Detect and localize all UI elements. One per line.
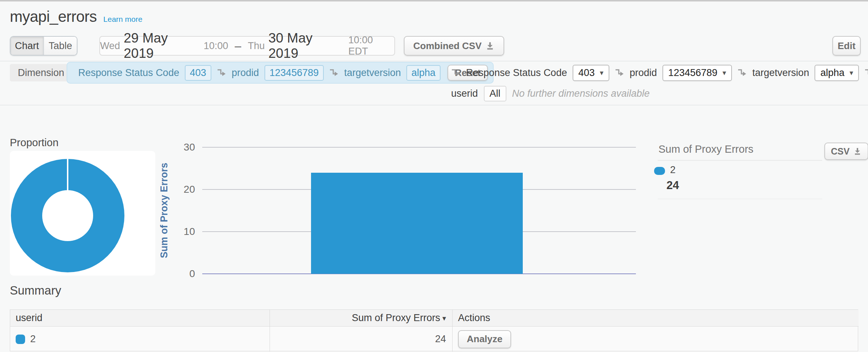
legend-value: 24	[666, 179, 679, 192]
download-icon	[853, 147, 862, 156]
breadcrumb-dimension-value[interactable]: 123456789	[264, 65, 324, 81]
divider	[0, 105, 868, 105]
combined-csv-label: Combined CSV	[413, 40, 482, 52]
learn-more-link[interactable]: Learn more	[103, 15, 142, 24]
metric-panel-title: Sum of Proxy Errors	[658, 143, 753, 155]
no-further-dimensions-text: No further dimensions available	[512, 88, 650, 99]
table-row-value-cell: 24	[270, 327, 453, 352]
analyze-button[interactable]: Analyze	[458, 330, 511, 348]
filter-value-select[interactable]: 123456789 ▾	[662, 65, 732, 81]
column-header-sum-of-proxy-errors[interactable]: Sum of Proxy Errors ▾	[270, 310, 453, 327]
dimension-filter-row: Response Status Code 403 ▾ prodid 123456…	[451, 62, 868, 84]
column-header-userid: userid	[10, 310, 270, 327]
chart-view-button[interactable]: Chart	[11, 37, 43, 55]
elbow-arrow-icon	[329, 68, 339, 77]
filter-selected-value: alpha	[820, 67, 844, 79]
page-title: myapi_errors	[10, 8, 97, 25]
column-header-label: Sum of Proxy Errors	[352, 312, 440, 324]
divider	[0, 61, 868, 61]
combined-csv-button[interactable]: Combined CSV	[404, 36, 504, 56]
csv-label: CSV	[831, 146, 849, 157]
elbow-arrow-icon	[217, 68, 226, 77]
breadcrumb-dimension-name[interactable]: Response Status Code	[78, 67, 179, 79]
end-time: 10:00 EDT	[348, 35, 394, 57]
end-day: Thu	[248, 40, 265, 52]
filter-value-select[interactable]: 403 ▾	[573, 65, 609, 81]
sort-descending-icon: ▾	[442, 314, 446, 323]
panel-separator	[658, 160, 822, 161]
caret-down-icon: ▾	[600, 68, 604, 77]
breadcrumb-dimension-value[interactable]: alpha	[406, 65, 441, 81]
top-strip	[0, 0, 868, 1]
summary-table: userid Sum of Proxy Errors ▾ Actions 2 2…	[10, 309, 858, 351]
y-axis-ticks: 0102030	[168, 147, 195, 274]
y-tick-label: 20	[168, 184, 195, 195]
legend-label[interactable]: 2	[670, 164, 676, 176]
analytics-dashboard: myapi_errors Learn more Chart Table Wed …	[0, 0, 868, 352]
elbow-arrow-icon	[615, 68, 624, 77]
breadcrumb-dimension-name[interactable]: prodid	[232, 67, 259, 79]
table-view-button[interactable]: Table	[43, 37, 77, 55]
filter-selected-value: 403	[578, 67, 595, 79]
legend-swatch[interactable]	[654, 167, 665, 175]
date-range-picker[interactable]: Wed 29 May 2019 10:00 – Thu 30 May 2019 …	[99, 36, 395, 56]
page-header: myapi_errors Learn more	[10, 8, 142, 25]
start-time: 10:00	[204, 40, 228, 52]
csv-button[interactable]: CSV	[824, 143, 868, 160]
caret-down-icon: ▾	[849, 68, 853, 77]
date-range-separator: –	[232, 39, 244, 53]
panel-separator	[658, 199, 822, 199]
donut-slice-gap	[67, 159, 68, 191]
elbow-arrow-icon	[864, 68, 868, 77]
filter-value-select[interactable]: alpha ▾	[815, 65, 859, 81]
start-day: Wed	[100, 40, 120, 52]
donut-hole	[42, 190, 93, 241]
series-color-swatch	[16, 335, 25, 344]
filter-dimension-name: prodid	[630, 67, 657, 79]
bar-plot-area	[202, 147, 636, 274]
dimension-label: Dimension	[10, 64, 72, 81]
proportion-title: Proportion	[10, 137, 59, 149]
next-dimension-row: userid All No further dimensions availab…	[451, 84, 650, 103]
elbow-arrow-icon	[737, 68, 747, 77]
breadcrumb-dimension-name[interactable]: targetversion	[344, 67, 401, 79]
gridline	[202, 147, 636, 148]
filter-selected-value: 123456789	[668, 67, 717, 79]
elbow-arrow-icon	[451, 68, 461, 77]
breadcrumb-dimension-value[interactable]: 403	[185, 65, 211, 81]
filter-dimension-name: targetversion	[752, 67, 809, 79]
y-tick-label: 30	[168, 142, 195, 152]
download-icon	[485, 41, 495, 51]
proportion-chart-card	[10, 151, 155, 276]
start-date: 29 May 2019	[124, 31, 200, 61]
caret-down-icon: ▾	[722, 68, 726, 77]
next-dimension-name: userid	[451, 88, 478, 99]
edit-button[interactable]: Edit	[832, 36, 861, 56]
end-date: 30 May 2019	[268, 31, 345, 61]
donut-chart[interactable]	[11, 159, 124, 272]
view-toggle: Chart Table	[10, 36, 77, 56]
column-header-actions: Actions	[453, 310, 859, 327]
table-row-actions-cell: Analyze	[453, 327, 859, 352]
userid-value: 2	[30, 333, 36, 345]
dimension-breadcrumb-chip: Response Status Code 403 prodid 12345678…	[67, 62, 494, 84]
table-row-userid-cell: 2	[10, 327, 270, 352]
next-dimension-all-button[interactable]: All	[484, 86, 506, 101]
bar-userid-2[interactable]	[311, 173, 523, 274]
y-tick-label: 10	[168, 227, 195, 237]
summary-title: Summary	[10, 284, 61, 297]
filter-dimension-name: Response Status Code	[466, 67, 567, 79]
y-tick-label: 0	[168, 269, 195, 279]
